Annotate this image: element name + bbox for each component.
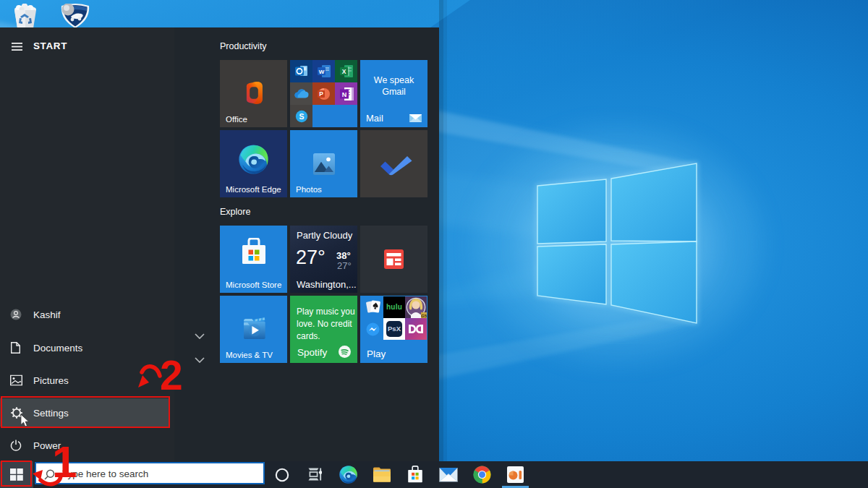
svg-text:W: W xyxy=(319,69,325,75)
svg-text:G5: G5 xyxy=(421,314,427,318)
svg-text:S: S xyxy=(299,112,304,121)
svg-text:P: P xyxy=(319,90,323,98)
svg-text:N: N xyxy=(342,91,347,98)
svg-text:X: X xyxy=(342,68,346,75)
